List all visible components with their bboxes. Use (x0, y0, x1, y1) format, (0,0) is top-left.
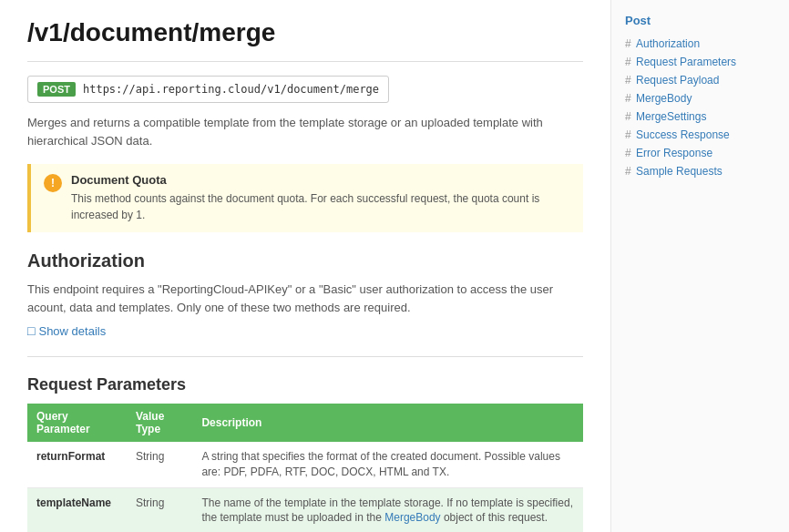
table-header-row: Query Parameter Value Type Description (27, 404, 583, 442)
sidebar-item-request-payload[interactable]: # Request Payload (625, 71, 775, 89)
title-bold: merge (199, 18, 275, 46)
notice-title: Document Quota (71, 173, 570, 187)
endpoint-description: Merges and returns a compatible template… (27, 114, 583, 149)
col-header-desc: Description (192, 404, 583, 442)
sidebar-item-request-parameters[interactable]: # Request Parameters (625, 53, 775, 71)
hash-symbol: # (625, 110, 634, 123)
endpoint-url: https://api.reporting.cloud/v1/document/… (83, 83, 379, 96)
show-details-link[interactable]: □ Show details (27, 323, 106, 338)
notice-box: ! Document Quota This method counts agai… (27, 164, 583, 232)
param-type: String (127, 487, 192, 532)
show-details-label: Show details (38, 324, 106, 338)
params-table: Query Parameter Value Type Description r… (27, 404, 583, 532)
notice-icon: ! (44, 174, 62, 192)
param-type: String (127, 442, 192, 487)
section-divider (27, 356, 583, 357)
col-header-param: Query Parameter (27, 404, 127, 442)
param-description: A string that specifies the format of th… (192, 442, 583, 487)
param-name: returnFormat (27, 442, 127, 487)
main-content: /v1/document/merge POST https://api.repo… (0, 0, 610, 532)
notice-content: Document Quota This method counts agains… (71, 173, 570, 223)
title-divider (27, 61, 583, 62)
authorization-section-title: Authorization (27, 251, 583, 271)
title-prefix: /v1/document/ (27, 18, 199, 46)
endpoint-box: POST https://api.reporting.cloud/v1/docu… (27, 76, 389, 103)
notice-body: This method counts against the document … (71, 190, 570, 223)
param-link[interactable]: MergeBody (384, 511, 440, 524)
hash-symbol: # (625, 165, 634, 178)
hash-symbol: # (625, 37, 634, 50)
sidebar-item-sample-requests[interactable]: # Sample Requests (625, 162, 775, 180)
hash-symbol: # (625, 92, 634, 105)
hash-symbol: # (625, 128, 634, 141)
sidebar-item-authorization[interactable]: # Authorization (625, 35, 775, 53)
authorization-description: This endpoint requires a "ReportingCloud… (27, 281, 583, 316)
http-method-badge: POST (37, 82, 76, 97)
hash-symbol: # (625, 147, 634, 159)
request-parameters-title: Request Parameters (27, 375, 583, 394)
col-header-type: Value Type (127, 404, 192, 442)
param-description: The name of the template in the template… (192, 487, 583, 532)
sidebar-item-mergebody[interactable]: # MergeBody (625, 89, 775, 107)
table-row: templateNameStringThe name of the templa… (27, 487, 583, 532)
sidebar-post-title[interactable]: Post (625, 14, 775, 27)
page-title: /v1/document/merge (27, 18, 583, 47)
sidebar-item-mergesettings[interactable]: # MergeSettings (625, 107, 775, 126)
sidebar: Post # Authorization# Request Parameters… (610, 0, 789, 532)
sidebar-item-error-response[interactable]: # Error Response (625, 144, 775, 162)
sidebar-items: # Authorization# Request Parameters# Req… (625, 35, 775, 180)
table-row: returnFormatStringA string that specifie… (27, 442, 583, 487)
plus-icon: □ (27, 323, 35, 338)
hash-symbol: # (625, 74, 634, 87)
hash-symbol: # (625, 56, 634, 68)
sidebar-item-success-response[interactable]: # Success Response (625, 126, 775, 144)
param-name: templateName (27, 487, 127, 532)
